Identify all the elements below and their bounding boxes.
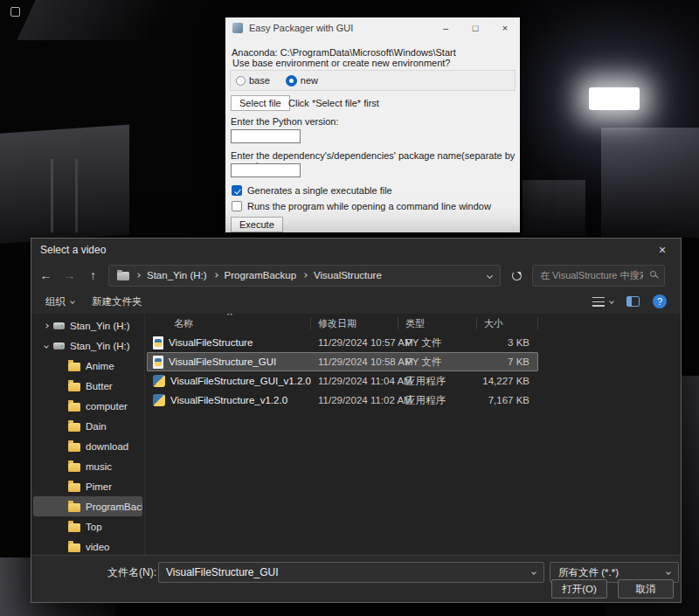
sidebar-item-download[interactable]: download — [33, 436, 142, 456]
help-icon[interactable]: ? — [653, 294, 667, 308]
python-version-input[interactable] — [231, 129, 301, 143]
filename-combobox[interactable] — [158, 562, 544, 583]
window-controls: – □ × — [431, 17, 520, 38]
stage-structure-mid — [523, 180, 585, 236]
select-file-button[interactable]: Select file — [231, 95, 290, 111]
breadcrumb-item-visualstructure[interactable]: VisualStructure — [314, 270, 382, 280]
open-button[interactable]: 打开(O) — [551, 579, 607, 599]
sort-ascending-icon — [227, 314, 232, 317]
sidebar-item-top[interactable]: Top — [33, 516, 142, 536]
packager-titlebar[interactable]: Easy Packager with GUI – □ × — [225, 17, 520, 38]
dependency-input[interactable] — [231, 163, 301, 177]
python-app-icon — [153, 375, 165, 387]
radio-new-label: new — [301, 75, 318, 86]
column-name-label: 名称 — [174, 318, 193, 329]
sidebar-item-label: music — [86, 461, 112, 472]
checkbox-checked-icon[interactable] — [232, 185, 242, 196]
breadcrumb-folder-icon — [117, 272, 129, 280]
column-header-name[interactable]: 名称 — [145, 317, 311, 329]
address-bar[interactable]: Stan_Yin (H:) ProgramBackup VisualStruct… — [108, 265, 501, 287]
file-list-header: 名称 修改日期 类型 大小 — [145, 315, 681, 332]
sidebar-item-label: Pimer — [86, 481, 112, 492]
file-type: 应用程序 — [398, 394, 477, 407]
refresh-icon[interactable] — [508, 271, 525, 280]
file-size: 7,167 KB — [477, 395, 538, 405]
column-header-size[interactable]: 大小 — [477, 317, 538, 329]
maximize-icon[interactable]: □ — [460, 17, 490, 38]
breadcrumb-separator-icon — [213, 273, 218, 278]
dialog-close-icon[interactable]: × — [644, 239, 681, 261]
filename-input[interactable] — [159, 563, 543, 582]
forward-icon[interactable]: → — [61, 268, 78, 282]
address-dropdown-icon[interactable] — [487, 272, 493, 278]
file-row-visualfilestructure-gui-v120[interactable]: VisualFileStructure_GUI_v1.2.0 11/29/202… — [147, 371, 538, 391]
sidebar-item-butter[interactable]: Butter — [33, 376, 142, 396]
sidebar-item-video[interactable]: video — [33, 536, 142, 555]
execute-button[interactable]: Execute — [231, 217, 283, 232]
file-type: PY 文件 — [398, 356, 477, 369]
sidebar-item-music[interactable]: music — [33, 456, 142, 476]
breadcrumb-separator-icon — [302, 273, 308, 278]
sidebar-item-programback[interactable]: ProgramBack — [33, 496, 142, 516]
close-icon[interactable]: × — [490, 17, 520, 38]
radio-base[interactable]: base — [236, 75, 270, 86]
new-folder-label: 新建文件夹 — [92, 295, 142, 308]
file-date: 11/29/2024 11:02 AM — [311, 395, 398, 405]
env-question-label: Use base environment or create new envir… — [232, 58, 450, 68]
breadcrumb-item-programbackup[interactable]: ProgramBackup — [225, 270, 296, 280]
sidebar-item-label: computer — [86, 401, 128, 412]
breadcrumb-item-drive[interactable]: Stan_Yin (H:) — [147, 270, 207, 280]
new-folder-button[interactable]: 新建文件夹 — [92, 295, 142, 308]
chevron-right-icon[interactable] — [44, 323, 49, 329]
radio-new[interactable]: new — [286, 75, 318, 87]
cancel-button[interactable]: 取消 — [618, 579, 674, 599]
filename-label: 文件名(N): — [80, 565, 156, 580]
radio-base-circle-icon[interactable] — [236, 76, 246, 86]
dialog-title: Select a video — [40, 244, 106, 256]
file-date: 11/29/2024 10:58 AM — [311, 356, 398, 367]
radio-new-circle-icon[interactable] — [286, 75, 297, 87]
stage-structure-left — [0, 124, 129, 244]
up-icon[interactable]: ↑ — [85, 268, 101, 282]
sidebar-item-anime[interactable]: Anime — [33, 356, 142, 376]
file-rows: VisualFileStructure 11/29/2024 10:57 AM … — [147, 333, 538, 410]
file-date: 11/29/2024 10:57 AM — [311, 337, 398, 348]
file-row-visualfilestructure[interactable]: VisualFileStructure 11/29/2024 10:57 AM … — [147, 333, 538, 352]
cmd-window-checkbox[interactable]: Runs the program while opening a command… — [232, 201, 491, 211]
chevron-down-icon[interactable] — [44, 343, 49, 349]
file-size: 14,227 KB — [477, 376, 538, 386]
preview-pane-icon[interactable] — [626, 296, 640, 307]
view-options-button[interactable] — [592, 297, 613, 307]
single-exe-checkbox[interactable]: Generates a single executable file — [232, 185, 392, 196]
minimize-icon[interactable]: – — [431, 17, 460, 38]
checkbox-unchecked-icon[interactable] — [232, 201, 242, 211]
stage-light-glow — [589, 87, 640, 110]
sidebar-item-stanyin-h-collapsed[interactable]: Stan_Yin (H:) — [33, 315, 142, 336]
sidebar-item-computer[interactable]: computer — [33, 396, 142, 416]
organize-button[interactable]: 组织 — [45, 295, 74, 308]
column-header-type[interactable]: 类型 — [398, 317, 477, 329]
list-view-icon — [592, 297, 605, 307]
back-icon[interactable]: ← — [38, 268, 54, 282]
stage-structure-right — [601, 128, 699, 238]
python-version-label: Enter the Python version: — [231, 116, 339, 127]
sidebar-item-dain[interactable]: Dain — [33, 416, 142, 436]
file-name: VisualFileStructure — [169, 337, 253, 348]
search-box[interactable] — [532, 265, 665, 287]
drive-icon — [53, 343, 65, 350]
file-row-visualfilestructure-v120[interactable]: VisualFileStructure_v1.2.0 11/29/2024 11… — [147, 391, 538, 410]
folder-icon — [68, 543, 80, 552]
sidebar-item-stanyin-h-expanded[interactable]: Stan_Yin (H:) — [33, 336, 142, 356]
file-size: 3 KB — [477, 337, 538, 348]
folder-tree-sidebar: Stan_Yin (H:) Stan_Yin (H:) Anime Butter… — [31, 314, 145, 555]
file-row-visualfilestructure-gui[interactable]: VisualFileStructure_GUI 11/29/2024 10:58… — [147, 352, 538, 371]
packager-title: Easy Packager with GUI — [249, 23, 353, 33]
dialog-titlebar[interactable]: Select a video × — [31, 239, 681, 261]
file-type: PY 文件 — [398, 336, 477, 350]
search-input[interactable] — [532, 265, 665, 287]
file-name: VisualFileStructure_GUI — [169, 356, 276, 367]
filetype-dropdown-icon — [666, 570, 671, 575]
folder-icon — [68, 403, 80, 412]
column-header-date[interactable]: 修改日期 — [311, 317, 398, 329]
sidebar-item-pimer[interactable]: Pimer — [33, 476, 142, 496]
